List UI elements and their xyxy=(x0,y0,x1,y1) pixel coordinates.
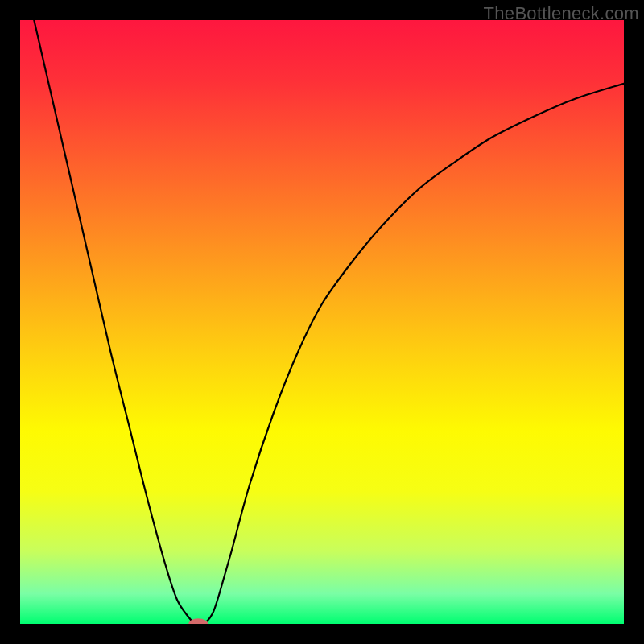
chart-container: TheBottleneck.com xyxy=(0,0,644,644)
background-gradient xyxy=(20,20,624,624)
watermark-text: TheBottleneck.com xyxy=(484,3,639,24)
svg-rect-0 xyxy=(20,20,624,624)
plot-area xyxy=(20,20,624,624)
